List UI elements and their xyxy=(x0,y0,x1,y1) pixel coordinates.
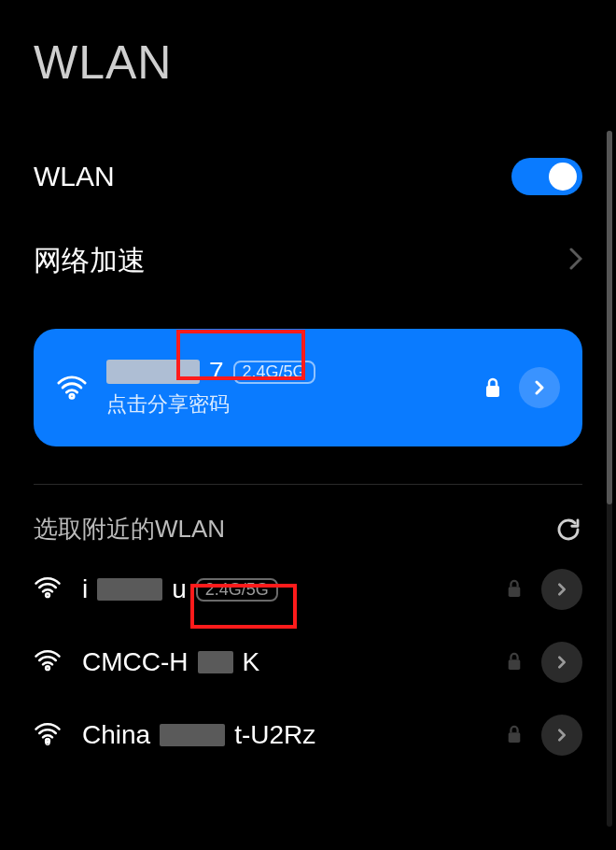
lock-icon xyxy=(506,651,525,673)
svg-rect-4 xyxy=(509,732,521,743)
connected-ssid-suffix: 7 xyxy=(209,357,224,387)
wifi-icon: 6 xyxy=(34,719,62,751)
svg-text:6: 6 xyxy=(45,736,50,747)
network-details-button[interactable] xyxy=(541,642,582,683)
lock-icon xyxy=(506,724,525,746)
network-details-button[interactable] xyxy=(541,569,582,610)
chevron-right-icon xyxy=(569,245,582,276)
wifi-icon xyxy=(34,574,62,605)
network-acceleration-label: 网络加速 xyxy=(34,242,146,280)
scrollbar[interactable] xyxy=(607,131,612,827)
band-badge: 2.4G/5G xyxy=(196,578,278,602)
svg-rect-2 xyxy=(509,659,521,670)
nearby-network-row[interactable]: iu 2.4G/5G xyxy=(34,553,582,626)
connected-network-card[interactable]: 7 2.4G/5G 点击分享密码 xyxy=(34,329,582,446)
svg-rect-0 xyxy=(486,386,499,397)
band-badge: 2.4G/5G xyxy=(233,361,315,384)
nearby-network-name: Chinat-U2Rz xyxy=(82,720,506,750)
network-acceleration-row[interactable]: 网络加速 xyxy=(34,219,582,303)
lock-icon xyxy=(506,578,525,601)
divider xyxy=(34,484,582,485)
scrollbar-thumb[interactable] xyxy=(607,131,612,504)
wlan-toggle-row[interactable]: WLAN xyxy=(34,135,582,219)
svg-rect-1 xyxy=(509,587,521,597)
refresh-icon[interactable] xyxy=(554,516,582,544)
nearby-network-name: iu 2.4G/5G xyxy=(82,574,506,604)
connected-subtitle: 点击分享密码 xyxy=(106,390,483,418)
nearby-network-row[interactable]: CMCC-HK xyxy=(34,626,582,699)
wlan-toggle[interactable] xyxy=(511,158,582,195)
wifi-icon xyxy=(34,646,62,678)
wlan-toggle-label: WLAN xyxy=(34,161,115,192)
connected-details-button[interactable] xyxy=(519,367,560,408)
page-title: WLAN xyxy=(34,35,582,90)
lock-icon xyxy=(483,376,502,399)
nearby-network-name: CMCC-HK xyxy=(82,647,506,677)
nearby-section-title: 选取附近的WLAN xyxy=(34,513,225,545)
connected-ssid-redacted xyxy=(106,360,200,384)
wifi-icon xyxy=(56,372,88,404)
nearby-network-row[interactable]: 6 Chinat-U2Rz xyxy=(34,699,582,772)
nearby-section-header: 选取附近的WLAN xyxy=(34,513,582,545)
network-details-button[interactable] xyxy=(541,715,582,756)
